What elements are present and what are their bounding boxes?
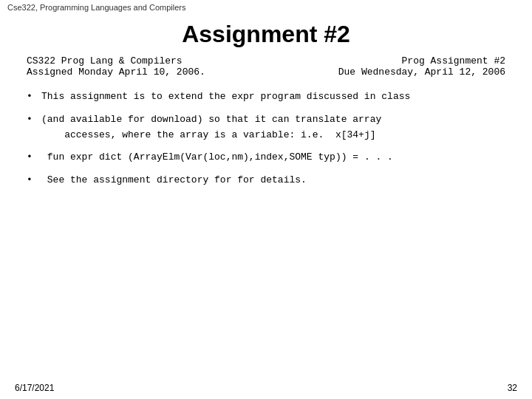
top-bar: Cse322, Programming Languages and Compil…: [0, 0, 532, 15]
bullet-text-1: (and available for download) so that it …: [41, 112, 505, 143]
content-section: •This assignment is to extend the expr p…: [27, 89, 505, 188]
meta-right2: Due Wednesday, April 12, 2006: [338, 66, 505, 78]
page-title: Assignment #2: [0, 21, 532, 48]
bullet-item-3: • See the assignment directory for for d…: [27, 173, 505, 188]
bullet-symbol-2: •: [27, 150, 41, 166]
bullet-symbol-3: •: [27, 173, 41, 188]
course-label: Cse322, Programming Languages and Compil…: [7, 3, 186, 12]
meta-left2: Assigned Monday April 10, 2006.: [27, 66, 205, 78]
footer-page: 32: [508, 383, 517, 393]
meta-left1: CS322 Prog Lang & Compilers: [27, 55, 183, 66]
bullet-symbol-0: •: [27, 89, 41, 105]
meta-right1: Prog Assignment #2: [402, 55, 505, 66]
meta-section: CS322 Prog Lang & Compilers Prog Assignm…: [27, 55, 505, 78]
footer-date: 6/17/2021: [15, 383, 54, 393]
bullet-item-2: • fun expr dict (ArrayElm(Var(loc,nm),in…: [27, 150, 505, 166]
footer: 6/17/2021 32: [0, 383, 532, 393]
bullet-text-3: See the assignment directory for for det…: [41, 173, 505, 188]
bullet-item-0: •This assignment is to extend the expr p…: [27, 89, 505, 105]
bullet-item-1: •(and available for download) so that it…: [27, 112, 505, 143]
bullet-symbol-1: •: [27, 112, 41, 128]
bullet-text-2: fun expr dict (ArrayElm(Var(loc,nm),inde…: [41, 150, 505, 166]
bullet-text-0: This assignment is to extend the expr pr…: [41, 89, 505, 105]
